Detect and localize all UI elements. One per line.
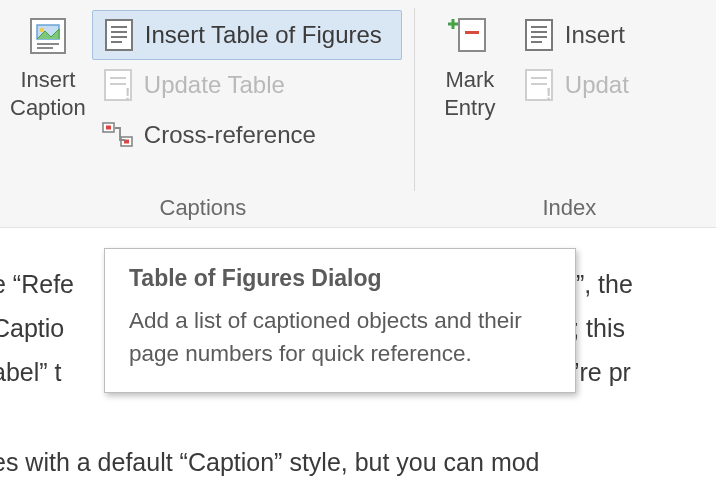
index-stack: Insert ! Updat [513, 4, 639, 110]
svg-rect-19 [465, 31, 479, 34]
group-separator [414, 8, 415, 191]
update-index-label: Updat [565, 71, 629, 99]
screentip-body: Add a list of captioned objects and thei… [129, 304, 555, 370]
update-table-icon: ! [100, 67, 136, 103]
cross-reference-label: Cross-reference [144, 121, 316, 149]
svg-rect-18 [459, 19, 485, 51]
insert-table-of-figures-button[interactable]: Insert Table of Figures [92, 10, 402, 60]
insert-caption-icon [27, 10, 69, 62]
document-list-icon [101, 17, 137, 53]
update-index-icon: ! [521, 67, 557, 103]
mark-entry-label: Mark Entry [444, 66, 495, 122]
update-index-button[interactable]: ! Updat [513, 60, 639, 110]
group-label-captions: Captions [4, 193, 402, 225]
svg-text:!: ! [125, 86, 130, 102]
mark-entry-button[interactable]: Mark Entry [427, 4, 513, 192]
ribbon: Insert Caption Insert Table of Figur [0, 0, 716, 228]
insert-caption-button[interactable]: Insert Caption [4, 4, 92, 192]
svg-rect-23 [526, 20, 552, 50]
group-index: Mark Entry Insert [423, 0, 716, 227]
mark-entry-icon [447, 10, 493, 62]
svg-text:!: ! [546, 86, 551, 102]
group-captions: Insert Caption Insert Table of Figur [0, 0, 406, 227]
group-label-index: Index [427, 193, 712, 225]
update-table-button[interactable]: ! Update Table [92, 60, 402, 110]
document-list-icon [521, 17, 557, 53]
screentip: Table of Figures Dialog Add a list of ca… [104, 248, 576, 393]
insert-tof-label: Insert Table of Figures [145, 21, 382, 49]
captions-stack: Insert Table of Figures ! Update Table [92, 4, 402, 160]
cross-reference-icon [100, 117, 136, 153]
svg-rect-15 [106, 126, 111, 130]
svg-rect-5 [106, 20, 132, 50]
document-body-text-2: es with a default “Caption” style, but y… [0, 440, 540, 484]
insert-caption-label: Insert Caption [10, 66, 86, 122]
insert-index-label: Insert [565, 21, 625, 49]
screentip-title: Table of Figures Dialog [129, 265, 555, 292]
cross-reference-button[interactable]: Cross-reference [92, 110, 402, 160]
insert-index-button[interactable]: Insert [513, 10, 639, 60]
svg-point-2 [40, 28, 44, 32]
update-table-label: Update Table [144, 71, 285, 99]
